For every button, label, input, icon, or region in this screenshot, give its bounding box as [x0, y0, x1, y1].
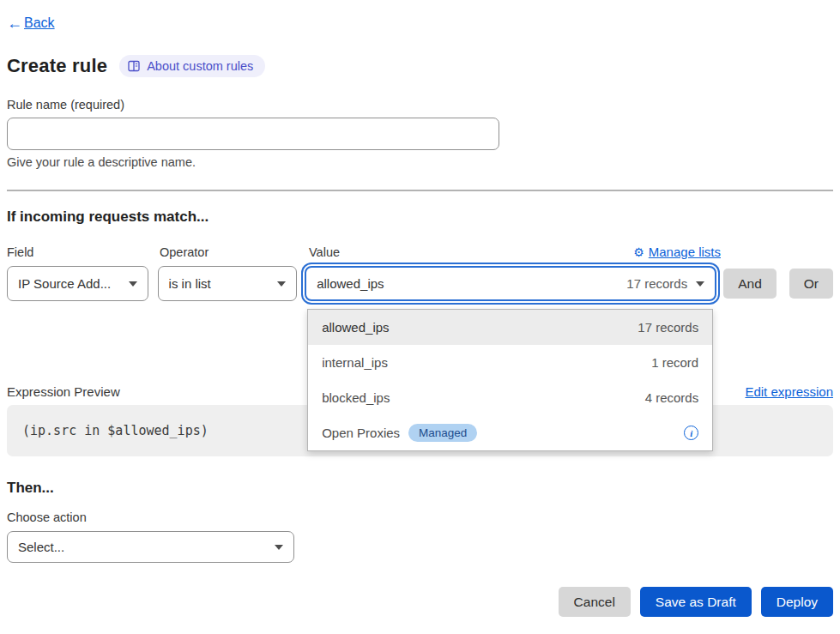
- back-arrow-icon: ←: [7, 15, 22, 31]
- then-heading: Then...: [7, 480, 833, 497]
- field-select[interactable]: IP Source Add...: [7, 266, 148, 301]
- value-select[interactable]: allowed_ips 17 records: [305, 266, 716, 301]
- section-divider: [7, 190, 833, 191]
- manage-lists-label: Manage lists: [649, 245, 721, 259]
- list-item-internal-ips[interactable]: internal_ips 1 record: [308, 345, 712, 380]
- match-heading: If incoming requests match...: [7, 208, 833, 226]
- list-item-allowed-ips[interactable]: allowed_ips 17 records: [308, 310, 712, 345]
- rule-name-helper: Give your rule a descriptive name.: [7, 155, 833, 169]
- list-item-name: internal_ips: [322, 355, 388, 370]
- gear-icon: ⚙: [633, 245, 644, 259]
- chevron-down-icon: [129, 281, 137, 287]
- create-rule-page: ← Back Create rule About custom rules Ru…: [0, 0, 840, 634]
- back-link[interactable]: Back: [24, 15, 55, 31]
- field-select-value: IP Source Add...: [18, 276, 120, 291]
- list-item-record-count: 4 records: [645, 390, 699, 405]
- chevron-down-icon: [275, 545, 283, 550]
- back-row: ← Back: [7, 0, 833, 31]
- expression-code: (ip.src in $allowed_ips): [22, 423, 208, 438]
- chevron-down-icon: [277, 281, 286, 287]
- list-item-blocked-ips[interactable]: blocked_ips 4 records: [308, 380, 712, 415]
- about-custom-rules-label: About custom rules: [147, 59, 253, 73]
- list-item-record-count: 17 records: [638, 320, 698, 335]
- operator-label: Operator: [160, 245, 301, 259]
- page-title: Create rule: [7, 55, 107, 77]
- condition-row: IP Source Add... is in list allowed_ips …: [7, 266, 833, 301]
- about-custom-rules-link[interactable]: About custom rules: [119, 55, 265, 77]
- list-item-name: allowed_ips: [322, 320, 389, 335]
- save-as-draft-button[interactable]: Save as Draft: [640, 587, 752, 617]
- info-icon[interactable]: i: [684, 426, 698, 440]
- list-item-name: blocked_ips: [322, 390, 390, 405]
- list-item-open-proxies[interactable]: Open Proxies Managed i: [308, 415, 712, 450]
- action-select-placeholder: Select...: [18, 540, 266, 554]
- value-select-meta: 17 records: [626, 276, 687, 291]
- operator-select[interactable]: is in list: [158, 266, 298, 301]
- chevron-down-icon: [696, 281, 704, 287]
- footer-actions: Cancel Save as Draft Deploy: [559, 587, 833, 617]
- manage-lists-link[interactable]: ⚙ Manage lists: [633, 245, 721, 259]
- list-item-record-count: 1 record: [651, 355, 698, 370]
- value-select-value: allowed_ips: [317, 276, 616, 291]
- choose-action-label: Choose action: [7, 510, 833, 524]
- value-select-wrap: allowed_ips 17 records allowed_ips 17 re…: [305, 266, 716, 301]
- or-button[interactable]: Or: [789, 269, 833, 299]
- condition-labels-row: Field Operator Value ⚙ Manage lists: [7, 245, 833, 259]
- book-icon: [128, 60, 140, 72]
- list-dropdown-panel: allowed_ips 17 records internal_ips 1 re…: [307, 309, 713, 451]
- action-select[interactable]: Select...: [7, 531, 294, 563]
- managed-badge: Managed: [408, 424, 477, 442]
- operator-select-value: is in list: [169, 276, 269, 291]
- field-label: Field: [7, 245, 150, 259]
- list-item-name: Open Proxies: [322, 426, 400, 440]
- rule-name-input[interactable]: [7, 118, 499, 150]
- deploy-button[interactable]: Deploy: [761, 587, 833, 617]
- cancel-button[interactable]: Cancel: [559, 587, 631, 617]
- edit-expression-link[interactable]: Edit expression: [745, 384, 833, 399]
- expression-preview-label: Expression Preview: [7, 384, 120, 399]
- value-label: Value: [309, 245, 340, 259]
- title-row: Create rule About custom rules: [7, 55, 833, 77]
- and-button[interactable]: And: [723, 269, 777, 299]
- rule-name-label: Rule name (required): [7, 98, 833, 112]
